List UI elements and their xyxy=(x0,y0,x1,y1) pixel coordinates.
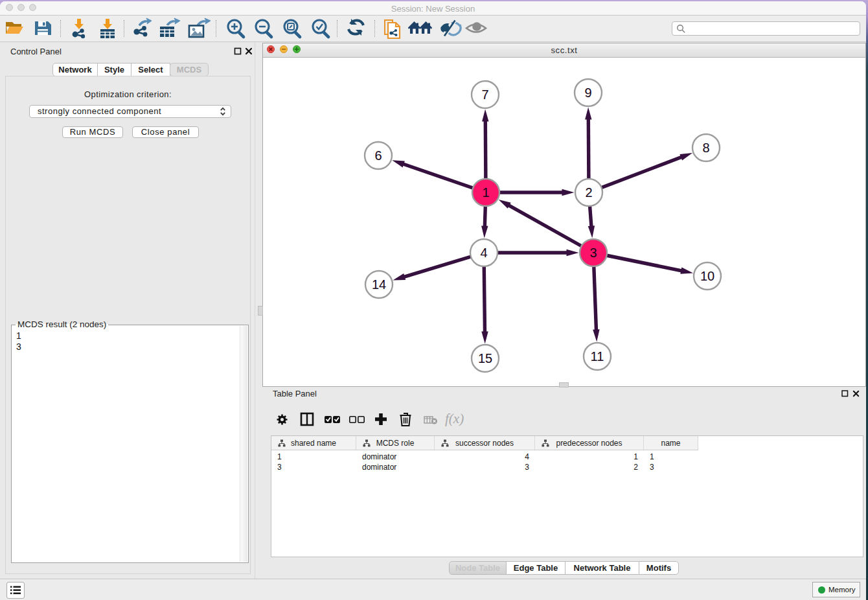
svg-text:7: 7 xyxy=(481,87,488,102)
svg-text:10: 10 xyxy=(700,269,714,283)
svg-text:15: 15 xyxy=(478,351,492,365)
svg-text:2: 2 xyxy=(585,185,592,200)
svg-text:1: 1 xyxy=(482,185,489,200)
svg-text:4: 4 xyxy=(480,246,487,260)
svg-text:6: 6 xyxy=(374,148,382,163)
svg-text:9: 9 xyxy=(584,86,591,100)
svg-text:8: 8 xyxy=(702,141,709,155)
svg-text:14: 14 xyxy=(372,277,386,292)
svg-text:11: 11 xyxy=(591,349,604,363)
svg-text:3: 3 xyxy=(589,246,597,260)
